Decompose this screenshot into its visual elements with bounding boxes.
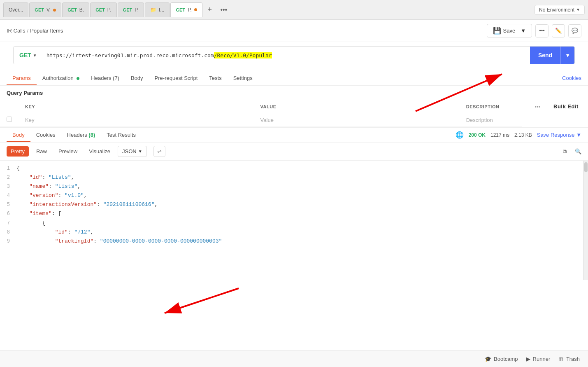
resp-test-label: Test Results — [107, 132, 136, 138]
json-line-2: 2 "id": "Lists", — [0, 173, 588, 182]
bootcamp-button[interactable]: 🎓 Bootcamp — [485, 356, 518, 362]
tab-get-p2[interactable]: GET P. — [118, 2, 144, 17]
env-label: No Environment — [539, 7, 574, 13]
wrap-lines-button[interactable]: ⇌ — [153, 146, 165, 157]
method-chevron-icon: ▼ — [33, 53, 37, 58]
params-more-icon[interactable]: ••• — [535, 104, 540, 109]
trash-button[interactable]: 🗑 Trash — [558, 356, 580, 362]
response-tabs-bar: Body Cookies Headers (8) Test Results 🌐 … — [0, 128, 588, 143]
status-dot-v — [53, 9, 56, 12]
save-chevron-icon[interactable]: ▼ — [517, 28, 526, 34]
add-tab-button[interactable]: + — [203, 3, 216, 16]
json-scrollbar[interactable] — [583, 161, 588, 280]
tab-over[interactable]: Over... — [3, 2, 28, 17]
cookies-link[interactable]: Cookies — [562, 75, 581, 81]
fmt-tab-visualize[interactable]: Visualize — [85, 146, 114, 157]
line-content-5: "interactionsVersion": "20210811100616", — [16, 200, 588, 209]
line-num-5: 5 — [0, 201, 16, 209]
pre-request-tab-label: Pre-request Script — [155, 75, 198, 81]
settings-tab-label: Settings — [233, 75, 253, 81]
tab-params[interactable]: Params — [7, 71, 37, 85]
tab-p2-label: P. — [135, 7, 139, 13]
resp-tab-body[interactable]: Body — [7, 128, 30, 142]
tab-headers[interactable]: Headers (7) — [85, 71, 125, 85]
folder-icon: 📁 — [150, 7, 156, 13]
json-scrollbar-thumb[interactable] — [584, 162, 588, 172]
line-num-6: 6 — [0, 210, 16, 218]
method-selector[interactable]: GET ▼ — [14, 47, 43, 64]
environment-selector[interactable]: No Environment ▼ — [535, 5, 585, 15]
col-value-header: VALUE — [254, 100, 460, 113]
send-button[interactable]: Send ▼ — [530, 47, 574, 64]
line-content-3: "name": "Lists", — [16, 182, 588, 191]
search-icon: 🔍 — [575, 148, 581, 154]
line-num-3: 3 — [0, 182, 16, 191]
row-value-cell[interactable]: Value — [254, 113, 460, 127]
bulk-edit-button[interactable]: Bulk Edit — [553, 103, 579, 110]
tab-i-label: I... — [159, 7, 164, 13]
row-key-cell[interactable]: Key — [19, 113, 254, 127]
edit-button[interactable]: ✏️ — [552, 24, 565, 37]
tab-p3-label: P. — [188, 7, 192, 13]
fmt-tab-pretty[interactable]: Pretty — [7, 146, 29, 157]
method-label-v: GET — [35, 7, 44, 12]
resp-tab-headers[interactable]: Headers (8) — [61, 128, 101, 142]
bootcamp-label: Bootcamp — [494, 356, 518, 362]
line-content-9: "trackingId": "00000000-0000-0000-0000-0… — [16, 237, 588, 246]
comment-button[interactable]: 💬 — [568, 24, 581, 37]
line-num-1: 1 — [0, 164, 16, 173]
response-size: 2.13 KB — [514, 132, 532, 138]
resp-tab-test-results[interactable]: Test Results — [101, 128, 142, 142]
resp-tab-cookies[interactable]: Cookies — [30, 128, 61, 142]
format-select-dropdown[interactable]: JSON ▼ — [118, 146, 147, 157]
tab-pre-request[interactable]: Pre-request Script — [149, 71, 204, 85]
send-chevron-icon[interactable]: ▼ — [560, 47, 574, 64]
header-actions: 💾 Save ▼ ••• ✏️ 💬 — [487, 24, 581, 37]
fmt-tab-raw[interactable]: Raw — [32, 146, 51, 157]
row-desc-cell[interactable]: Description — [460, 113, 522, 127]
json-line-5: 5 "interactionsVersion": "20210811100616… — [0, 200, 588, 209]
runner-button[interactable]: ▶ Runner — [526, 356, 551, 362]
status-code: 200 OK — [469, 132, 486, 138]
save-button[interactable]: 💾 Save ▼ — [487, 24, 532, 37]
json-line-8: 8 "id": "712", — [0, 228, 588, 237]
tests-tab-label: Tests — [209, 75, 221, 81]
tab-bar: Over... GET V. GET B. GET P. GET P. 📁 I.… — [0, 0, 588, 20]
tab-authorization[interactable]: Authorization — [37, 71, 86, 85]
chevron-down-icon: ▼ — [576, 7, 580, 12]
row-check-input[interactable] — [7, 117, 12, 122]
save-label: Save — [503, 28, 515, 34]
footer: 🎓 Bootcamp ▶ Runner 🗑 Trash — [0, 351, 588, 367]
trash-label: Trash — [566, 356, 580, 362]
tab-get-b[interactable]: GET B. — [62, 2, 89, 17]
line-content-8: "id": "712", — [16, 228, 588, 237]
line-content-6: "items": [ — [16, 209, 588, 218]
more-tabs-button[interactable]: ••• — [217, 3, 230, 16]
tab-v-label: V. — [46, 7, 51, 13]
status-dot-p3 — [194, 8, 197, 11]
line-num-8: 8 — [0, 228, 16, 236]
tab-get-p1[interactable]: GET P. — [90, 2, 116, 17]
tab-get-p3[interactable]: GET P. — [170, 2, 202, 17]
fmt-tab-preview[interactable]: Preview — [54, 146, 81, 157]
more-actions-button[interactable]: ••• — [535, 24, 548, 37]
tab-folder-i[interactable]: 📁 I... — [145, 2, 170, 17]
method-text: GET — [19, 52, 31, 58]
tab-settings[interactable]: Settings — [228, 71, 258, 85]
authorization-tab-label: Authorization — [42, 75, 74, 81]
tab-get-v[interactable]: GET V. — [29, 2, 61, 17]
row-checkbox[interactable] — [0, 113, 19, 127]
search-response-button[interactable]: 🔍 — [575, 148, 581, 154]
tab-tests[interactable]: Tests — [203, 71, 227, 85]
copy-response-button[interactable]: ⧉ — [563, 148, 567, 155]
json-viewer[interactable]: 1 { 2 "id": "Lists", 3 "name": "Lists", — [0, 161, 588, 280]
format-bar: Pretty Raw Preview Visualize JSON ▼ ⇌ — [0, 143, 588, 161]
tab-body[interactable]: Body — [125, 71, 149, 85]
format-chevron-icon: ▼ — [138, 149, 142, 154]
url-highlight: /Reco/V1.0/Popular — [214, 52, 272, 58]
save-response-button[interactable]: Save Response ▼ — [537, 132, 581, 138]
save-resp-label: Save Response — [537, 132, 575, 138]
bootcamp-icon: 🎓 — [485, 356, 491, 362]
authorization-active-dot — [77, 77, 79, 80]
line-content-7: { — [16, 219, 588, 228]
